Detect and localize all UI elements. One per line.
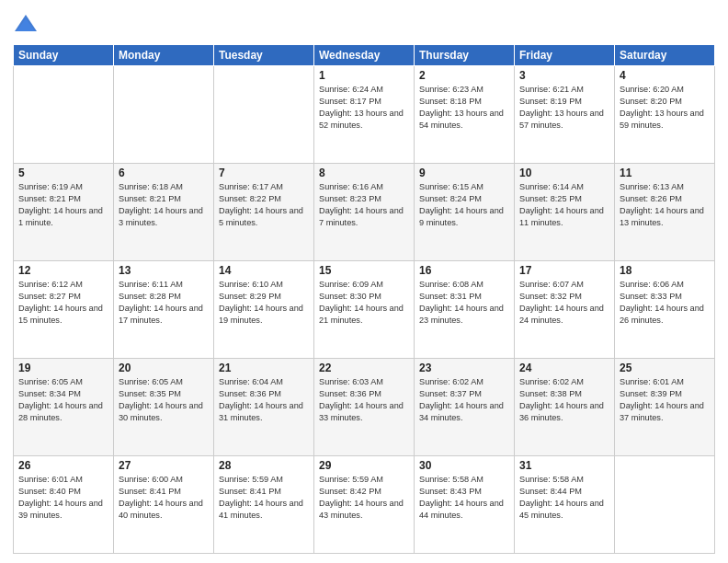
- calendar-cell: 2Sunrise: 6:23 AM Sunset: 8:18 PM Daylig…: [415, 66, 515, 164]
- day-info: Sunrise: 6:08 AM Sunset: 8:31 PM Dayligh…: [419, 279, 509, 327]
- calendar-cell: 21Sunrise: 6:04 AM Sunset: 8:36 PM Dayli…: [214, 359, 314, 456]
- calendar-cell: 9Sunrise: 6:15 AM Sunset: 8:24 PM Daylig…: [415, 164, 515, 261]
- day-info: Sunrise: 6:24 AM Sunset: 8:17 PM Dayligh…: [319, 84, 409, 132]
- day-number: 31: [519, 459, 609, 472]
- day-info: Sunrise: 6:02 AM Sunset: 8:37 PM Dayligh…: [419, 376, 509, 424]
- day-number: 11: [620, 167, 710, 179]
- day-info: Sunrise: 5:58 AM Sunset: 8:44 PM Dayligh…: [519, 474, 609, 522]
- day-number: 22: [319, 362, 409, 374]
- day-info: Sunrise: 6:01 AM Sunset: 8:39 PM Dayligh…: [620, 376, 710, 424]
- weekday-header: Monday: [114, 45, 214, 66]
- day-number: 23: [419, 362, 509, 374]
- day-number: 19: [18, 362, 108, 374]
- day-number: 17: [519, 264, 609, 277]
- calendar-cell: 6Sunrise: 6:18 AM Sunset: 8:21 PM Daylig…: [114, 164, 214, 261]
- weekday-header: Thursday: [415, 45, 515, 66]
- day-info: Sunrise: 6:09 AM Sunset: 8:30 PM Dayligh…: [319, 279, 409, 327]
- calendar-cell: 5Sunrise: 6:19 AM Sunset: 8:21 PM Daylig…: [14, 164, 114, 261]
- calendar-week-row: 26Sunrise: 6:01 AM Sunset: 8:40 PM Dayli…: [14, 456, 715, 554]
- day-number: 6: [119, 167, 209, 179]
- day-info: Sunrise: 6:05 AM Sunset: 8:34 PM Dayligh…: [18, 376, 108, 424]
- calendar-cell: 25Sunrise: 6:01 AM Sunset: 8:39 PM Dayli…: [615, 359, 715, 456]
- day-info: Sunrise: 6:16 AM Sunset: 8:23 PM Dayligh…: [319, 181, 409, 229]
- calendar-cell: 31Sunrise: 5:58 AM Sunset: 8:44 PM Dayli…: [515, 456, 615, 554]
- day-number: 8: [319, 167, 409, 179]
- calendar-cell: [114, 66, 214, 164]
- calendar-week-row: 5Sunrise: 6:19 AM Sunset: 8:21 PM Daylig…: [14, 164, 715, 261]
- calendar-cell: 19Sunrise: 6:05 AM Sunset: 8:34 PM Dayli…: [14, 359, 114, 456]
- calendar-cell: 29Sunrise: 5:59 AM Sunset: 8:42 PM Dayli…: [314, 456, 415, 554]
- day-number: 20: [119, 362, 209, 374]
- calendar-cell: 18Sunrise: 6:06 AM Sunset: 8:33 PM Dayli…: [615, 261, 715, 359]
- day-number: 5: [18, 167, 108, 179]
- day-info: Sunrise: 5:58 AM Sunset: 8:43 PM Dayligh…: [419, 474, 509, 522]
- day-number: 1: [319, 69, 409, 82]
- day-info: Sunrise: 6:13 AM Sunset: 8:26 PM Dayligh…: [620, 181, 710, 229]
- day-info: Sunrise: 5:59 AM Sunset: 8:41 PM Dayligh…: [219, 474, 309, 522]
- day-number: 14: [219, 264, 309, 277]
- calendar-cell: 7Sunrise: 6:17 AM Sunset: 8:22 PM Daylig…: [214, 164, 314, 261]
- day-info: Sunrise: 6:19 AM Sunset: 8:21 PM Dayligh…: [18, 181, 108, 229]
- day-number: 15: [319, 264, 409, 277]
- calendar-cell: 22Sunrise: 6:03 AM Sunset: 8:36 PM Dayli…: [314, 359, 415, 456]
- day-number: 10: [519, 167, 609, 179]
- day-info: Sunrise: 6:21 AM Sunset: 8:19 PM Dayligh…: [519, 84, 609, 132]
- day-number: 25: [620, 362, 710, 374]
- day-info: Sunrise: 5:59 AM Sunset: 8:42 PM Dayligh…: [319, 474, 409, 522]
- day-number: 30: [419, 459, 509, 472]
- header: [13, 9, 715, 39]
- calendar-cell: 27Sunrise: 6:00 AM Sunset: 8:41 PM Dayli…: [114, 456, 214, 554]
- day-info: Sunrise: 6:12 AM Sunset: 8:27 PM Dayligh…: [18, 279, 108, 327]
- calendar-week-row: 12Sunrise: 6:12 AM Sunset: 8:27 PM Dayli…: [14, 261, 715, 359]
- day-number: 29: [319, 459, 409, 472]
- calendar-cell: 13Sunrise: 6:11 AM Sunset: 8:28 PM Dayli…: [114, 261, 214, 359]
- day-number: 26: [18, 459, 108, 472]
- day-info: Sunrise: 6:18 AM Sunset: 8:21 PM Dayligh…: [119, 181, 209, 229]
- calendar-cell: 30Sunrise: 5:58 AM Sunset: 8:43 PM Dayli…: [415, 456, 515, 554]
- calendar-cell: [214, 66, 314, 164]
- day-number: 7: [219, 167, 309, 179]
- day-info: Sunrise: 6:04 AM Sunset: 8:36 PM Dayligh…: [219, 376, 309, 424]
- day-info: Sunrise: 6:02 AM Sunset: 8:38 PM Dayligh…: [519, 376, 609, 424]
- calendar-table: SundayMondayTuesdayWednesdayThursdayFrid…: [13, 44, 715, 554]
- page: SundayMondayTuesdayWednesdayThursdayFrid…: [0, 0, 728, 563]
- calendar-cell: 26Sunrise: 6:01 AM Sunset: 8:40 PM Dayli…: [14, 456, 114, 554]
- calendar-cell: 10Sunrise: 6:14 AM Sunset: 8:25 PM Dayli…: [515, 164, 615, 261]
- day-number: 4: [620, 69, 710, 82]
- logo: [13, 13, 42, 39]
- calendar-cell: 15Sunrise: 6:09 AM Sunset: 8:30 PM Dayli…: [314, 261, 415, 359]
- day-number: 16: [419, 264, 509, 277]
- day-info: Sunrise: 6:00 AM Sunset: 8:41 PM Dayligh…: [119, 474, 209, 522]
- calendar-cell: 12Sunrise: 6:12 AM Sunset: 8:27 PM Dayli…: [14, 261, 114, 359]
- day-info: Sunrise: 6:11 AM Sunset: 8:28 PM Dayligh…: [119, 279, 209, 327]
- calendar-cell: [14, 66, 114, 164]
- calendar-week-row: 19Sunrise: 6:05 AM Sunset: 8:34 PM Dayli…: [14, 359, 715, 456]
- day-info: Sunrise: 6:01 AM Sunset: 8:40 PM Dayligh…: [18, 474, 108, 522]
- day-info: Sunrise: 6:15 AM Sunset: 8:24 PM Dayligh…: [419, 181, 509, 229]
- day-number: 21: [219, 362, 309, 374]
- day-number: 28: [219, 459, 309, 472]
- calendar-cell: [615, 456, 715, 554]
- day-info: Sunrise: 6:03 AM Sunset: 8:36 PM Dayligh…: [319, 376, 409, 424]
- calendar-cell: 4Sunrise: 6:20 AM Sunset: 8:20 PM Daylig…: [615, 66, 715, 164]
- weekday-header: Sunday: [14, 45, 114, 66]
- calendar-cell: 28Sunrise: 5:59 AM Sunset: 8:41 PM Dayli…: [214, 456, 314, 554]
- day-number: 24: [519, 362, 609, 374]
- calendar-cell: 24Sunrise: 6:02 AM Sunset: 8:38 PM Dayli…: [515, 359, 615, 456]
- weekday-header: Saturday: [615, 45, 715, 66]
- day-number: 2: [419, 69, 509, 82]
- day-info: Sunrise: 6:17 AM Sunset: 8:22 PM Dayligh…: [219, 181, 309, 229]
- day-info: Sunrise: 6:05 AM Sunset: 8:35 PM Dayligh…: [119, 376, 209, 424]
- calendar-cell: 1Sunrise: 6:24 AM Sunset: 8:17 PM Daylig…: [314, 66, 415, 164]
- day-info: Sunrise: 6:10 AM Sunset: 8:29 PM Dayligh…: [219, 279, 309, 327]
- calendar-cell: 14Sunrise: 6:10 AM Sunset: 8:29 PM Dayli…: [214, 261, 314, 359]
- day-info: Sunrise: 6:20 AM Sunset: 8:20 PM Dayligh…: [620, 84, 710, 132]
- day-number: 18: [620, 264, 710, 277]
- calendar-cell: 11Sunrise: 6:13 AM Sunset: 8:26 PM Dayli…: [615, 164, 715, 261]
- weekday-header: Friday: [515, 45, 615, 66]
- logo-icon: [13, 13, 39, 39]
- calendar-cell: 3Sunrise: 6:21 AM Sunset: 8:19 PM Daylig…: [515, 66, 615, 164]
- calendar-cell: 17Sunrise: 6:07 AM Sunset: 8:32 PM Dayli…: [515, 261, 615, 359]
- day-info: Sunrise: 6:07 AM Sunset: 8:32 PM Dayligh…: [519, 279, 609, 327]
- weekday-header: Wednesday: [314, 45, 415, 66]
